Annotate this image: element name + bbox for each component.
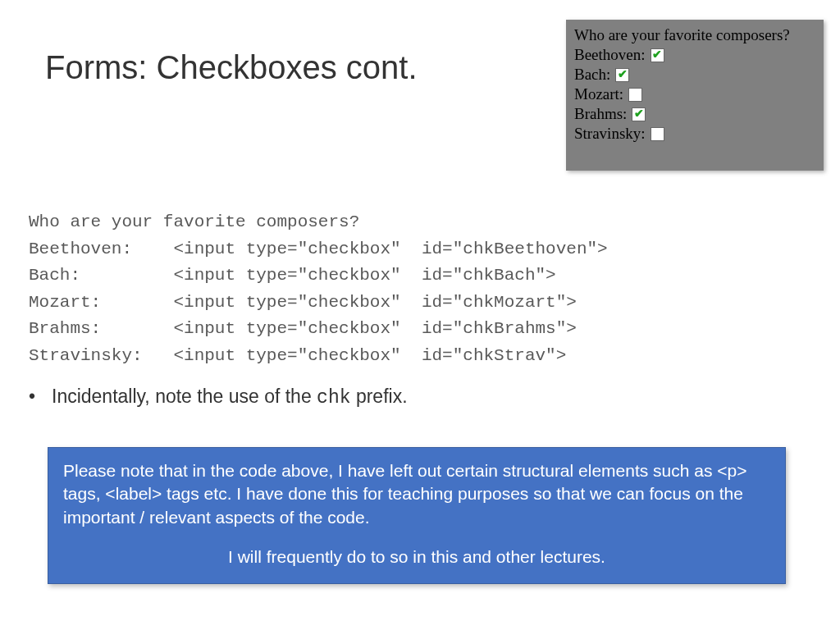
example-row: Stravinsky: xyxy=(574,125,815,143)
bullet-pre: Incidentally, note the use of the xyxy=(52,386,317,407)
example-row: Mozart: xyxy=(574,85,815,103)
note-centered: I will frequently do to so in this and o… xyxy=(63,546,770,568)
example-question: Who are your favorite composers? xyxy=(574,26,815,44)
slide-title: Forms: Checkboxes cont. xyxy=(45,49,418,86)
bullet-post: prefix. xyxy=(351,386,408,407)
note-paragraph: Please note that in the code above, I ha… xyxy=(63,459,770,529)
checkbox-icon[interactable] xyxy=(651,127,664,141)
bullet-mono: chk xyxy=(317,387,350,409)
checkbox-icon[interactable] xyxy=(628,88,642,102)
checkbox-icon[interactable] xyxy=(651,48,664,62)
example-rendered-form: Who are your favorite composers? Beethov… xyxy=(566,20,824,171)
checkbox-icon[interactable] xyxy=(615,68,629,82)
bullet-note: • Incidentally, note the use of the chk … xyxy=(29,386,408,409)
example-label: Bach: xyxy=(574,66,610,84)
checkbox-icon[interactable] xyxy=(632,107,646,121)
example-label: Mozart: xyxy=(574,85,623,103)
example-label: Stravinsky: xyxy=(574,125,646,143)
bullet-dot: • xyxy=(29,386,52,408)
example-row: Beethoven: xyxy=(574,46,815,64)
bullet-text: Incidentally, note the use of the chk pr… xyxy=(52,386,408,409)
example-row: Brahms: xyxy=(574,105,815,123)
example-label: Beethoven: xyxy=(574,46,646,64)
code-snippet: Who are your favorite composers? Beethov… xyxy=(29,209,608,369)
example-label: Brahms: xyxy=(574,105,627,123)
example-row: Bach: xyxy=(574,66,815,84)
callout-note: Please note that in the code above, I ha… xyxy=(48,447,786,584)
